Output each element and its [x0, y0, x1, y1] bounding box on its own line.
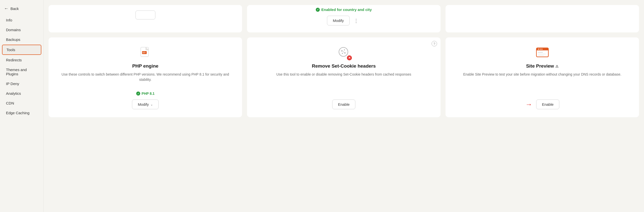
sidebar-item-redirects-label: Redirects	[6, 58, 22, 62]
site-preview-icon-wrapper	[536, 45, 549, 59]
site-preview-desc: Enable Site Preview to test your site be…	[463, 72, 621, 95]
sidebar-item-edge-caching-label: Edge Caching	[6, 111, 30, 115]
site-preview-actions: → Enable	[525, 100, 559, 109]
svg-point-15	[542, 49, 542, 50]
back-arrow-icon: ←	[4, 6, 8, 11]
site-preview-title: Site Preview ⚠	[526, 63, 558, 69]
svg-point-14	[540, 49, 541, 50]
php-engine-card: </> PHP engine Use these controls to swi…	[48, 37, 242, 117]
sidebar-item-info-label: Info	[6, 18, 12, 22]
sidebar-item-themes-plugins-label: Themes and Plugins	[6, 68, 27, 76]
more-options-button-top[interactable]: ⋮	[352, 17, 360, 25]
sidebar-nav: Info Domains Backups Tools Redirects The…	[0, 15, 43, 118]
sidebar-item-domains-label: Domains	[6, 28, 21, 32]
svg-rect-16	[538, 52, 543, 53]
svg-text:</>: </>	[142, 51, 146, 54]
remove-cookie-card: ? ✕ Remove Set-Cookie headers Use this t…	[247, 37, 440, 117]
sidebar-item-ip-deny[interactable]: IP Deny	[2, 79, 41, 88]
back-label: Back	[10, 7, 19, 11]
svg-point-5	[341, 50, 342, 52]
php-modify-button[interactable]: Modify ⌄	[132, 100, 158, 109]
sidebar-item-domains[interactable]: Domains	[2, 25, 41, 35]
svg-point-7	[344, 52, 346, 54]
remove-cookie-desc: Use this tool to enable or disable remov…	[276, 72, 412, 95]
svg-rect-18	[538, 55, 544, 56]
svg-rect-17	[538, 54, 546, 54]
sidebar-item-cdn-label: CDN	[6, 101, 14, 105]
php-status-dot	[136, 92, 140, 96]
card-partial-center: Enabled for country and city Modify ⋮	[247, 5, 440, 33]
sidebar-item-redirects[interactable]: Redirects	[2, 55, 41, 65]
back-button[interactable]: ← Back	[0, 4, 43, 15]
card-partial-left	[48, 5, 242, 33]
status-dot-icon	[316, 8, 320, 12]
sidebar-item-ip-deny-label: IP Deny	[6, 82, 19, 86]
php-icon-wrapper: </>	[138, 45, 152, 59]
warning-icon: ⚠	[555, 64, 558, 68]
main-content: Enabled for country and city Modify ⋮	[44, 0, 644, 212]
card-partial-right	[446, 5, 639, 33]
arrow-right-icon: →	[525, 101, 532, 108]
php-status-label: PHP 8.1	[142, 92, 155, 96]
remove-cookie-enable-button[interactable]: Enable	[332, 100, 355, 109]
sidebar-item-analytics[interactable]: Analytics	[2, 89, 41, 98]
sidebar-item-cdn[interactable]: CDN	[2, 99, 41, 108]
cards-grid: </> PHP engine Use these controls to swi…	[48, 37, 639, 117]
site-preview-title-text: Site Preview	[526, 63, 554, 69]
sidebar-item-tools-label: Tools	[6, 48, 15, 52]
help-question-mark: ?	[433, 42, 435, 46]
php-modify-label: Modify	[138, 102, 149, 106]
cookie-icon-wrapper: ✕	[337, 45, 351, 59]
php-engine-status: PHP 8.1	[136, 92, 155, 96]
svg-point-13	[538, 49, 539, 50]
chevron-down-icon: ⌄	[150, 103, 153, 106]
svg-point-8	[342, 53, 343, 54]
sidebar-item-tools[interactable]: Tools	[2, 45, 41, 55]
sidebar-item-backups-label: Backups	[6, 37, 20, 42]
php-engine-desc: Use these controls to switch between dif…	[56, 72, 235, 87]
php-engine-title: PHP engine	[132, 63, 158, 69]
sidebar-item-analytics-label: Analytics	[6, 91, 21, 96]
remove-cookie-title: Remove Set-Cookie headers	[312, 63, 376, 69]
modify-button-top[interactable]: Modify	[327, 16, 350, 26]
sidebar-item-backups[interactable]: Backups	[2, 35, 41, 44]
php-engine-icon: </>	[139, 47, 152, 58]
help-icon[interactable]: ?	[432, 41, 437, 46]
cookie-error-badge: ✕	[347, 55, 352, 60]
top-row: Enabled for country and city Modify ⋮	[48, 5, 639, 33]
sidebar-item-themes-plugins[interactable]: Themes and Plugins	[2, 65, 41, 79]
sidebar-item-info[interactable]: Info	[2, 16, 41, 25]
svg-point-6	[344, 49, 345, 50]
site-preview-icon	[536, 47, 549, 58]
partial-input[interactable]	[136, 11, 156, 20]
enabled-status-text: Enabled for country and city	[321, 8, 372, 12]
card-actions-top: Modify ⋮	[327, 16, 360, 26]
site-preview-card: Site Preview ⚠ Enable Site Preview to te…	[446, 37, 639, 117]
sidebar: ← Back Info Domains Backups Tools Redire…	[0, 0, 44, 212]
sidebar-item-edge-caching[interactable]: Edge Caching	[2, 108, 41, 117]
enabled-status: Enabled for country and city	[316, 8, 372, 12]
site-preview-enable-button[interactable]: Enable	[536, 100, 559, 109]
svg-point-9	[343, 52, 344, 52]
